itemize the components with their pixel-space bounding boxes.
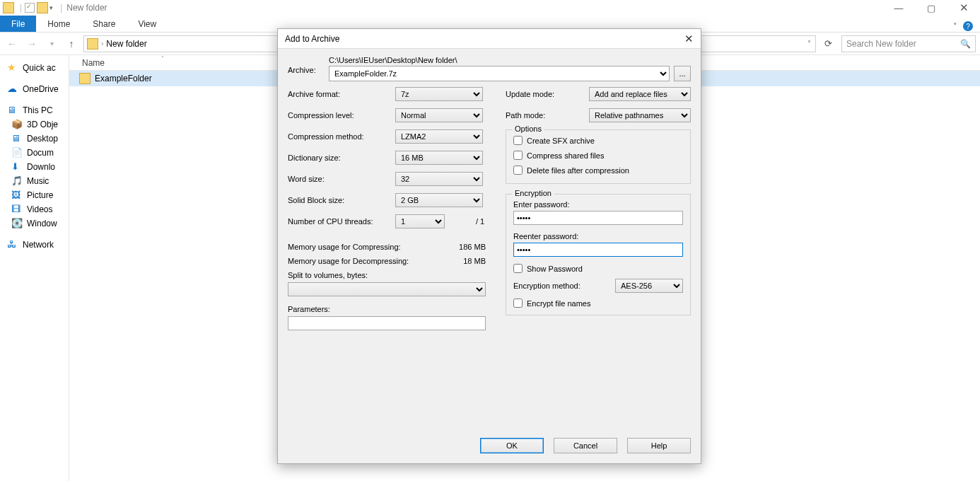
enter-password-input[interactable] <box>513 211 683 225</box>
help-icon[interactable]: ? <box>963 21 973 31</box>
delete-after-checkbox[interactable]: Delete files after compression <box>513 166 683 175</box>
separator: | <box>60 3 62 13</box>
tree-3d-objects[interactable]: 📦3D Obje <box>0 117 69 132</box>
tree-onedrive[interactable]: ☁OneDrive <box>0 82 69 96</box>
address-dropdown-icon[interactable]: ˅ <box>807 40 811 47</box>
tab-share[interactable]: Share <box>81 16 127 32</box>
tree-desktop[interactable]: 🖥Desktop <box>0 132 69 146</box>
dialog-title: Add to Archive <box>285 34 339 44</box>
desktop-icon: 🖥 <box>11 133 23 144</box>
open-folder-qat-icon[interactable] <box>37 2 48 13</box>
mem-compress-label: Memory usage for Compressing: <box>288 243 459 251</box>
word-label: Word size: <box>288 175 395 183</box>
enter-password-label: Enter password: <box>513 200 683 209</box>
parameters-input[interactable] <box>288 316 486 330</box>
properties-qat-icon[interactable] <box>25 3 35 13</box>
tree-quick-access[interactable]: ★Quick ac <box>0 61 69 75</box>
forward-button[interactable]: → <box>24 36 40 52</box>
breadcrumb[interactable]: New folder <box>106 39 146 49</box>
word-size-select[interactable]: 32 <box>395 172 483 186</box>
maximize-button[interactable]: ▢ <box>915 0 947 16</box>
encryption-fieldset: Encryption Enter password: Reenter passw… <box>506 194 691 315</box>
archive-label: Archive: <box>288 56 322 74</box>
pc-icon: 🖥 <box>7 105 18 116</box>
path-mode-label: Path mode: <box>506 111 589 120</box>
music-icon: 🎵 <box>11 175 23 187</box>
split-volumes-select[interactable] <box>288 282 486 296</box>
star-icon: ★ <box>7 62 18 74</box>
tree-this-pc[interactable]: 🖥This PC <box>0 103 69 117</box>
picture-icon: 🖼 <box>11 190 23 201</box>
compress-shared-checkbox[interactable]: Compress shared files <box>513 151 683 160</box>
show-password-checkbox[interactable]: Show Password <box>513 264 683 273</box>
tree-music[interactable]: 🎵Music <box>0 174 69 188</box>
network-icon: 🖧 <box>7 239 18 250</box>
back-button[interactable]: ← <box>4 36 20 52</box>
file-tab[interactable]: File <box>0 16 36 32</box>
cube-icon: 📦 <box>11 119 23 130</box>
update-mode-select[interactable]: Add and replace files <box>589 87 691 101</box>
archive-path: C:\Users\IEUser\Desktop\New folder\ <box>329 56 691 64</box>
window-controls: — ▢ ✕ <box>882 0 980 16</box>
encryption-method-label: Encryption method: <box>513 282 608 290</box>
navigation-pane[interactable]: ★Quick ac ☁OneDrive 🖥This PC 📦3D Obje 🖥D… <box>0 55 69 481</box>
tree-network[interactable]: 🖧Network <box>0 238 69 252</box>
separator: | <box>20 3 22 13</box>
dict-label: Dictionary size: <box>288 153 395 162</box>
dialog-close-button[interactable]: ✕ <box>684 33 694 45</box>
recent-locations-button[interactable]: ▾ <box>44 36 59 52</box>
archive-format-select[interactable]: 7z <box>395 87 483 101</box>
options-fieldset: Options Create SFX archive Compress shar… <box>506 129 691 184</box>
tree-documents[interactable]: 📄Docum <box>0 146 69 160</box>
minimize-button[interactable]: — <box>882 0 915 16</box>
refresh-button[interactable]: ⟳ <box>820 36 836 52</box>
compression-method-select[interactable]: LZMA2 <box>395 129 483 144</box>
reenter-password-input[interactable] <box>513 243 683 257</box>
block-label: Solid Block size: <box>288 196 395 204</box>
encryption-legend: Encryption <box>512 189 554 197</box>
encrypt-file-names-checkbox[interactable]: Encrypt file names <box>513 299 683 308</box>
archive-name-combo[interactable]: ExampleFolder.7z <box>329 66 670 81</box>
folder-icon <box>3 2 14 13</box>
cpu-threads-select[interactable]: 1 <box>395 214 445 228</box>
level-label: Compression level: <box>288 111 395 120</box>
title-bar: | ▾ | New folder <box>0 0 980 16</box>
file-name: ExampleFolder <box>95 74 152 83</box>
dialog-titlebar[interactable]: Add to Archive ✕ <box>278 29 701 49</box>
browse-button[interactable]: ... <box>674 66 691 81</box>
solid-block-size-select[interactable]: 2 GB <box>395 193 483 207</box>
qat-dropdown-icon[interactable]: ▾ <box>49 4 53 11</box>
split-label: Split to volumes, bytes: <box>288 271 486 279</box>
ok-button[interactable]: OK <box>480 438 544 453</box>
tree-downloads[interactable]: ⬇Downlo <box>0 160 69 174</box>
help-button[interactable]: Help <box>627 438 691 453</box>
window-title: New folder <box>66 3 107 13</box>
tab-home[interactable]: Home <box>36 16 81 32</box>
up-button[interactable]: ↑ <box>64 36 79 52</box>
tree-windows[interactable]: 💽Window <box>0 216 69 231</box>
compression-level-select[interactable]: Normal <box>395 108 483 122</box>
reenter-password-label: Reenter password: <box>513 232 683 240</box>
folder-icon <box>79 73 91 84</box>
close-button[interactable]: ✕ <box>947 0 980 16</box>
method-label: Compression method: <box>288 132 395 141</box>
create-sfx-checkbox[interactable]: Create SFX archive <box>513 136 683 145</box>
threads-label: Number of CPU threads: <box>288 217 395 226</box>
ribbon-expand-icon[interactable]: ˅ <box>953 22 957 31</box>
mem-decompress-value: 18 MB <box>463 257 486 265</box>
disk-icon: 💽 <box>11 218 23 229</box>
video-icon: 🎞 <box>11 204 23 215</box>
encryption-method-select[interactable]: AES-256 <box>615 279 683 293</box>
dictionary-size-select[interactable]: 16 MB <box>395 151 483 165</box>
tab-view[interactable]: View <box>127 16 168 32</box>
mem-decompress-label: Memory usage for Decompressing: <box>288 257 463 265</box>
search-input[interactable]: Search New folder 🔍 <box>841 35 976 52</box>
column-name[interactable]: Name <box>82 58 105 68</box>
cancel-button[interactable]: Cancel <box>554 438 617 453</box>
tree-videos[interactable]: 🎞Videos <box>0 202 69 216</box>
add-to-archive-dialog: Add to Archive ✕ Archive: C:\Users\IEUse… <box>277 28 701 464</box>
chevron-right-icon[interactable]: › <box>101 40 103 47</box>
tree-pictures[interactable]: 🖼Picture <box>0 188 69 202</box>
path-mode-select[interactable]: Relative pathnames <box>589 108 691 122</box>
search-icon: 🔍 <box>960 39 971 49</box>
